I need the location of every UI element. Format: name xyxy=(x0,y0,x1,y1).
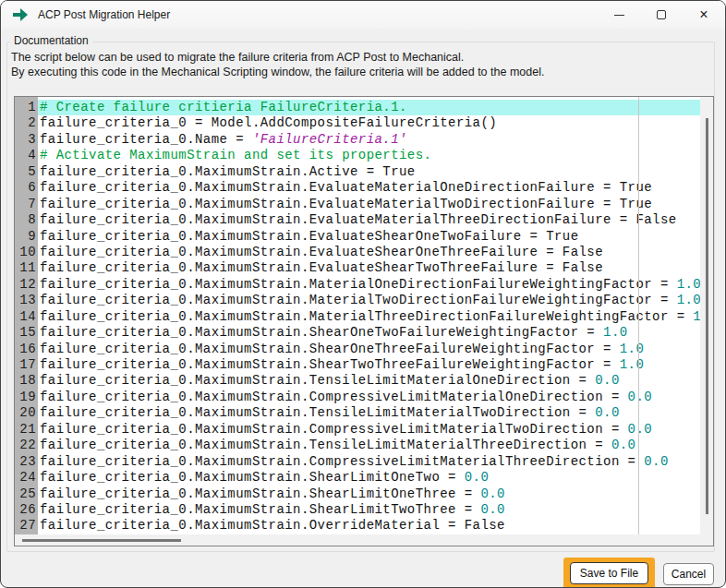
code-rows: 1# Create failure critieria FailureCrite… xyxy=(15,100,700,534)
script-editor[interactable]: 1# Create failure critieria FailureCrite… xyxy=(14,96,714,546)
code-line[interactable]: 24failure_criteria_0.MaximumStrain.Shear… xyxy=(15,470,700,486)
line-content: failure_criteria_0.MaximumStrain.Evaluat… xyxy=(38,245,700,260)
line-number: 19 xyxy=(15,390,38,405)
cancel-button[interactable]: Cancel xyxy=(663,563,714,585)
documentation-line-2: By executing this code in the Mechanical… xyxy=(11,66,544,80)
code-line[interactable]: 19failure_criteria_0.MaximumStrain.Compr… xyxy=(15,390,700,405)
code-line[interactable]: 23failure_criteria_0.MaximumStrain.Compr… xyxy=(15,454,700,470)
line-number: 25 xyxy=(15,486,38,502)
line-content: failure_criteria_0.MaximumStrain.Evaluat… xyxy=(38,260,700,276)
maximize-icon xyxy=(657,10,666,19)
line-number: 18 xyxy=(15,373,38,389)
line-number: 13 xyxy=(15,293,38,308)
line-content: failure_criteria_0.MaximumStrain.Tensile… xyxy=(38,373,700,389)
documentation-line-1: The script below can be used to migrate … xyxy=(11,51,544,66)
line-content: failure_criteria_0.MaximumStrain.ShearLi… xyxy=(38,486,700,502)
line-content: failure_criteria_0.MaximumStrain.ShearLi… xyxy=(38,470,700,486)
code-line[interactable]: 3failure_criteria_0.Name = 'FailureCrite… xyxy=(15,132,700,148)
code-line[interactable]: 20failure_criteria_0.MaximumStrain.Tensi… xyxy=(15,405,700,421)
code-line[interactable]: 7failure_criteria_0.MaximumStrain.Evalua… xyxy=(15,197,700,212)
title-bar[interactable]: ACP Post Migration Helper × xyxy=(1,1,725,29)
dialog-window: ACP Post Migration Helper × Documentatio… xyxy=(0,0,726,588)
line-content: failure_criteria_0.MaximumStrain.Materia… xyxy=(38,293,700,308)
documentation-group-label: Documentation xyxy=(10,34,92,47)
line-content: failure_criteria_0.MaximumStrain.Evaluat… xyxy=(38,229,700,245)
line-number: 23 xyxy=(15,454,38,470)
code-line[interactable]: 13failure_criteria_0.MaximumStrain.Mater… xyxy=(15,293,700,308)
line-number: 3 xyxy=(15,132,38,148)
code-line[interactable]: 6failure_criteria_0.MaximumStrain.Evalua… xyxy=(15,180,700,196)
line-content: failure_criteria_0.MaximumStrain.Evaluat… xyxy=(38,212,700,228)
code-line[interactable]: 18failure_criteria_0.MaximumStrain.Tensi… xyxy=(15,373,700,389)
horizontal-scrollbar-thumb[interactable] xyxy=(22,539,181,542)
line-content: failure_criteria_0.MaximumStrain.Evaluat… xyxy=(38,197,700,212)
code-line[interactable]: 2failure_criteria_0 = Model.AddComposite… xyxy=(15,115,700,131)
code-line[interactable]: 22failure_criteria_0.MaximumStrain.Tensi… xyxy=(15,438,700,453)
line-number: 22 xyxy=(15,438,38,453)
app-arrow-icon xyxy=(13,8,29,21)
line-content: failure_criteria_0.MaximumStrain.Compres… xyxy=(38,454,700,470)
close-button[interactable]: × xyxy=(683,1,725,29)
code-line[interactable]: 4# Activate MaximumStrain and set its pr… xyxy=(15,148,700,163)
window-controls: × xyxy=(598,1,725,29)
save-to-file-button[interactable]: Save to File xyxy=(570,562,648,584)
line-content: # Activate MaximumStrain and set its pro… xyxy=(38,148,700,163)
code-line[interactable]: 14failure_criteria_0.MaximumStrain.Mater… xyxy=(15,309,700,325)
line-number: 1 xyxy=(15,100,38,115)
line-content: failure_criteria_0.MaximumStrain.Compres… xyxy=(38,422,700,438)
code-line[interactable]: 26failure_criteria_0.MaximumStrain.Shear… xyxy=(15,502,700,518)
window-title: ACP Post Migration Helper xyxy=(38,8,170,21)
line-number: 27 xyxy=(15,518,38,534)
line-number: 6 xyxy=(15,180,38,196)
horizontal-scrollbar[interactable] xyxy=(15,534,713,546)
line-number: 17 xyxy=(15,357,38,373)
line-content: failure_criteria_0.MaximumStrain.Tensile… xyxy=(38,438,700,453)
vertical-scrollbar[interactable] xyxy=(700,97,713,534)
line-number: 8 xyxy=(15,212,38,228)
code-line[interactable]: 1# Create failure critieria FailureCrite… xyxy=(15,100,700,115)
line-content: failure_criteria_0 = Model.AddCompositeF… xyxy=(38,115,700,131)
code-line[interactable]: 21failure_criteria_0.MaximumStrain.Compr… xyxy=(15,422,700,438)
save-button-highlight-frame: Save to File xyxy=(563,558,655,588)
code-line[interactable]: 17failure_criteria_0.MaximumStrain.Shear… xyxy=(15,357,700,373)
line-content: failure_criteria_0.Name = 'FailureCriter… xyxy=(38,132,700,148)
vertical-scrollbar-thumb[interactable] xyxy=(706,118,708,514)
line-content: failure_criteria_0.MaximumStrain.Materia… xyxy=(38,309,700,325)
line-content: failure_criteria_0.MaximumStrain.Tensile… xyxy=(38,405,700,421)
line-content: failure_criteria_0.MaximumStrain.ShearLi… xyxy=(38,502,700,518)
line-content: failure_criteria_0.MaximumStrain.ShearTw… xyxy=(38,357,700,373)
minimize-button[interactable] xyxy=(598,1,640,29)
line-number: 26 xyxy=(15,502,38,518)
minimize-icon xyxy=(614,15,624,16)
line-number: 4 xyxy=(15,148,38,163)
line-content: failure_criteria_0.MaximumStrain.Overrid… xyxy=(38,518,700,534)
code-line[interactable]: 25failure_criteria_0.MaximumStrain.Shear… xyxy=(15,486,700,502)
line-number: 5 xyxy=(15,164,38,180)
line-number: 11 xyxy=(15,260,38,276)
code-line[interactable]: 27failure_criteria_0.MaximumStrain.Overr… xyxy=(15,518,700,534)
line-content: failure_criteria_0.MaximumStrain.Evaluat… xyxy=(38,180,700,196)
line-content: # Create failure critieria FailureCriter… xyxy=(38,100,700,115)
line-content: failure_criteria_0.MaximumStrain.Compres… xyxy=(38,390,700,405)
code-line[interactable]: 8failure_criteria_0.MaximumStrain.Evalua… xyxy=(15,212,700,228)
line-number: 15 xyxy=(15,325,38,341)
edge-guide-line xyxy=(638,97,639,534)
line-number: 12 xyxy=(15,277,38,293)
line-content: failure_criteria_0.MaximumStrain.ShearOn… xyxy=(38,325,700,341)
code-line[interactable]: 15failure_criteria_0.MaximumStrain.Shear… xyxy=(15,325,700,341)
code-line[interactable]: 12failure_criteria_0.MaximumStrain.Mater… xyxy=(15,277,700,293)
code-line[interactable]: 9failure_criteria_0.MaximumStrain.Evalua… xyxy=(15,229,700,245)
line-number: 16 xyxy=(15,342,38,357)
code-line[interactable]: 5failure_criteria_0.MaximumStrain.Active… xyxy=(15,164,700,180)
line-content: failure_criteria_0.MaximumStrain.ShearOn… xyxy=(38,342,700,357)
line-number: 24 xyxy=(15,470,38,486)
code-line[interactable]: 10failure_criteria_0.MaximumStrain.Evalu… xyxy=(15,245,700,260)
line-content: failure_criteria_0.MaximumStrain.Active … xyxy=(38,164,700,180)
line-number: 14 xyxy=(15,309,38,325)
line-number: 7 xyxy=(15,197,38,212)
maximize-button[interactable] xyxy=(640,1,683,29)
code-line[interactable]: 11failure_criteria_0.MaximumStrain.Evalu… xyxy=(15,260,700,276)
code-line[interactable]: 16failure_criteria_0.MaximumStrain.Shear… xyxy=(15,342,700,357)
line-number: 10 xyxy=(15,245,38,260)
line-number: 9 xyxy=(15,229,38,245)
